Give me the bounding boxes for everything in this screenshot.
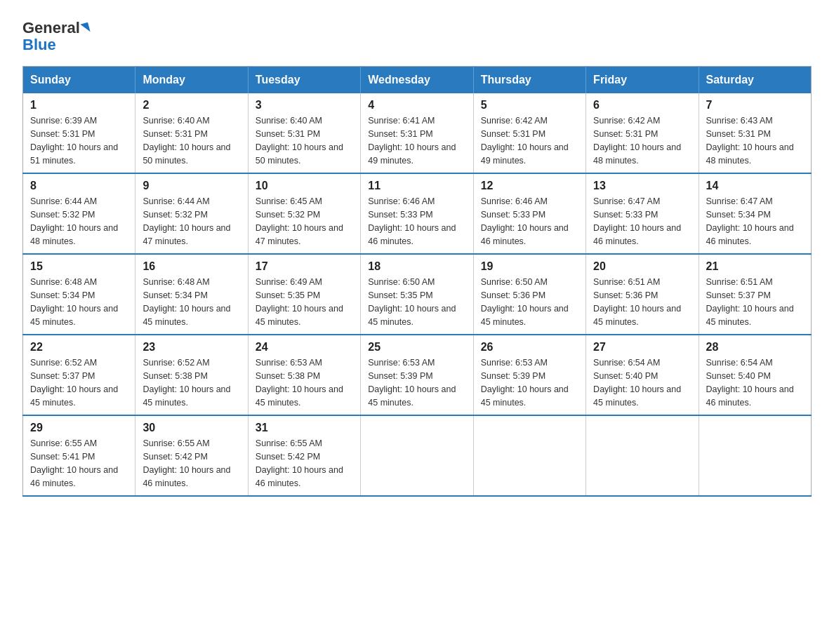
day-info: Sunrise: 6:42 AMSunset: 5:31 PMDaylight:… (481, 114, 578, 167)
logo-arrow-icon (80, 22, 90, 34)
calendar-week-1: 1 Sunrise: 6:39 AMSunset: 5:31 PMDayligh… (23, 93, 812, 173)
day-info: Sunrise: 6:54 AMSunset: 5:40 PMDaylight:… (593, 356, 691, 409)
calendar-cell: 19 Sunrise: 6:50 AMSunset: 5:36 PMDaylig… (473, 254, 585, 335)
calendar-cell (586, 415, 699, 496)
calendar-week-3: 15 Sunrise: 6:48 AMSunset: 5:34 PMDaylig… (23, 254, 812, 335)
calendar-cell: 18 Sunrise: 6:50 AMSunset: 5:35 PMDaylig… (361, 254, 473, 335)
day-number: 28 (706, 341, 804, 354)
day-number: 27 (593, 341, 691, 354)
logo-blue-text: Blue (22, 36, 56, 53)
day-number: 26 (481, 341, 578, 354)
calendar-cell: 6 Sunrise: 6:42 AMSunset: 5:31 PMDayligh… (586, 93, 699, 173)
calendar-cell: 1 Sunrise: 6:39 AMSunset: 5:31 PMDayligh… (23, 93, 135, 173)
calendar-table: SundayMondayTuesdayWednesdayThursdayFrid… (22, 66, 812, 497)
day-number: 4 (368, 99, 465, 112)
day-info: Sunrise: 6:52 AMSunset: 5:38 PMDaylight:… (143, 356, 240, 409)
header-day-wednesday: Wednesday (361, 67, 473, 94)
calendar-cell: 21 Sunrise: 6:51 AMSunset: 5:37 PMDaylig… (699, 254, 811, 335)
day-info: Sunrise: 6:50 AMSunset: 5:35 PMDaylight:… (368, 276, 465, 328)
calendar-cell: 30 Sunrise: 6:55 AMSunset: 5:42 PMDaylig… (135, 415, 248, 496)
day-number: 17 (256, 260, 353, 273)
calendar-cell: 4 Sunrise: 6:41 AMSunset: 5:31 PMDayligh… (361, 93, 473, 173)
day-number: 13 (593, 180, 691, 192)
calendar-cell: 17 Sunrise: 6:49 AMSunset: 5:35 PMDaylig… (248, 254, 360, 335)
day-info: Sunrise: 6:48 AMSunset: 5:34 PMDaylight:… (143, 276, 240, 328)
day-info: Sunrise: 6:46 AMSunset: 5:33 PMDaylight:… (481, 195, 578, 248)
calendar-week-5: 29 Sunrise: 6:55 AMSunset: 5:41 PMDaylig… (23, 415, 812, 496)
day-number: 19 (481, 260, 578, 273)
day-info: Sunrise: 6:52 AMSunset: 5:37 PMDaylight:… (30, 356, 128, 409)
calendar-cell: 22 Sunrise: 6:52 AMSunset: 5:37 PMDaylig… (23, 335, 135, 415)
calendar-cell: 28 Sunrise: 6:54 AMSunset: 5:40 PMDaylig… (699, 335, 811, 415)
logo-general-text: General (22, 20, 80, 36)
day-number: 9 (143, 180, 240, 192)
calendar-week-2: 8 Sunrise: 6:44 AMSunset: 5:32 PMDayligh… (23, 173, 812, 254)
header-day-saturday: Saturday (699, 67, 811, 94)
calendar-cell: 2 Sunrise: 6:40 AMSunset: 5:31 PMDayligh… (135, 93, 248, 173)
day-info: Sunrise: 6:51 AMSunset: 5:37 PMDaylight:… (706, 276, 804, 328)
calendar-cell: 31 Sunrise: 6:55 AMSunset: 5:42 PMDaylig… (248, 415, 360, 496)
calendar-cell: 9 Sunrise: 6:44 AMSunset: 5:32 PMDayligh… (135, 173, 248, 254)
day-number: 3 (256, 99, 353, 112)
calendar-cell: 14 Sunrise: 6:47 AMSunset: 5:34 PMDaylig… (699, 173, 811, 254)
calendar-cell: 10 Sunrise: 6:45 AMSunset: 5:32 PMDaylig… (248, 173, 360, 254)
day-number: 2 (143, 99, 240, 112)
logo: General Blue (22, 20, 89, 53)
calendar-cell: 27 Sunrise: 6:54 AMSunset: 5:40 PMDaylig… (586, 335, 699, 415)
day-number: 11 (368, 180, 465, 192)
calendar-cell: 26 Sunrise: 6:53 AMSunset: 5:39 PMDaylig… (473, 335, 585, 415)
calendar-week-4: 22 Sunrise: 6:52 AMSunset: 5:37 PMDaylig… (23, 335, 812, 415)
calendar-cell: 13 Sunrise: 6:47 AMSunset: 5:33 PMDaylig… (586, 173, 699, 254)
day-info: Sunrise: 6:55 AMSunset: 5:42 PMDaylight:… (256, 437, 353, 490)
day-number: 7 (706, 99, 804, 112)
day-info: Sunrise: 6:40 AMSunset: 5:31 PMDaylight:… (143, 114, 240, 167)
calendar-cell: 8 Sunrise: 6:44 AMSunset: 5:32 PMDayligh… (23, 173, 135, 254)
day-number: 23 (143, 341, 240, 354)
calendar-cell: 24 Sunrise: 6:53 AMSunset: 5:38 PMDaylig… (248, 335, 360, 415)
day-number: 5 (481, 99, 578, 112)
day-info: Sunrise: 6:47 AMSunset: 5:33 PMDaylight:… (593, 195, 691, 248)
day-info: Sunrise: 6:43 AMSunset: 5:31 PMDaylight:… (706, 114, 804, 167)
day-info: Sunrise: 6:39 AMSunset: 5:31 PMDaylight:… (30, 114, 128, 167)
day-number: 30 (143, 422, 240, 434)
calendar-cell: 7 Sunrise: 6:43 AMSunset: 5:31 PMDayligh… (699, 93, 811, 173)
day-number: 21 (706, 260, 804, 273)
header-day-sunday: Sunday (23, 67, 135, 94)
day-number: 10 (256, 180, 353, 192)
calendar-cell: 3 Sunrise: 6:40 AMSunset: 5:31 PMDayligh… (248, 93, 360, 173)
day-info: Sunrise: 6:50 AMSunset: 5:36 PMDaylight:… (481, 276, 578, 328)
calendar-cell (473, 415, 585, 496)
calendar-cell (361, 415, 473, 496)
day-info: Sunrise: 6:40 AMSunset: 5:31 PMDaylight:… (256, 114, 353, 167)
calendar-cell: 12 Sunrise: 6:46 AMSunset: 5:33 PMDaylig… (473, 173, 585, 254)
calendar-header: SundayMondayTuesdayWednesdayThursdayFrid… (23, 67, 812, 94)
day-info: Sunrise: 6:42 AMSunset: 5:31 PMDaylight:… (593, 114, 691, 167)
header-day-thursday: Thursday (473, 67, 585, 94)
day-number: 16 (143, 260, 240, 273)
day-info: Sunrise: 6:53 AMSunset: 5:38 PMDaylight:… (256, 356, 353, 409)
day-number: 8 (30, 180, 128, 192)
header-day-tuesday: Tuesday (248, 67, 360, 94)
day-info: Sunrise: 6:44 AMSunset: 5:32 PMDaylight:… (30, 195, 128, 248)
day-info: Sunrise: 6:48 AMSunset: 5:34 PMDaylight:… (30, 276, 128, 328)
calendar-cell: 15 Sunrise: 6:48 AMSunset: 5:34 PMDaylig… (23, 254, 135, 335)
calendar-cell: 11 Sunrise: 6:46 AMSunset: 5:33 PMDaylig… (361, 173, 473, 254)
day-number: 25 (368, 341, 465, 354)
day-info: Sunrise: 6:54 AMSunset: 5:40 PMDaylight:… (706, 356, 804, 409)
day-info: Sunrise: 6:55 AMSunset: 5:41 PMDaylight:… (30, 437, 128, 490)
day-info: Sunrise: 6:45 AMSunset: 5:32 PMDaylight:… (256, 195, 353, 248)
day-info: Sunrise: 6:41 AMSunset: 5:31 PMDaylight:… (368, 114, 465, 167)
day-info: Sunrise: 6:47 AMSunset: 5:34 PMDaylight:… (706, 195, 804, 248)
header-day-monday: Monday (135, 67, 248, 94)
day-number: 29 (30, 422, 128, 434)
calendar-cell: 20 Sunrise: 6:51 AMSunset: 5:36 PMDaylig… (586, 254, 699, 335)
day-info: Sunrise: 6:44 AMSunset: 5:32 PMDaylight:… (143, 195, 240, 248)
calendar-cell: 16 Sunrise: 6:48 AMSunset: 5:34 PMDaylig… (135, 254, 248, 335)
day-info: Sunrise: 6:55 AMSunset: 5:42 PMDaylight:… (143, 437, 240, 490)
calendar-cell: 23 Sunrise: 6:52 AMSunset: 5:38 PMDaylig… (135, 335, 248, 415)
day-number: 20 (593, 260, 691, 273)
header-row: SundayMondayTuesdayWednesdayThursdayFrid… (23, 67, 812, 94)
day-info: Sunrise: 6:49 AMSunset: 5:35 PMDaylight:… (256, 276, 353, 328)
header-day-friday: Friday (586, 67, 699, 94)
day-number: 12 (481, 180, 578, 192)
